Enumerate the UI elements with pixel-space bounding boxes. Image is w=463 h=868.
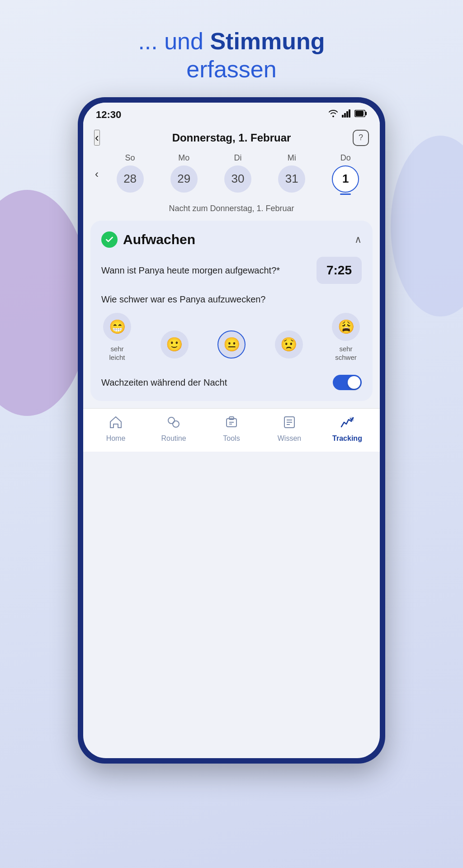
emoji-label-1: sehrleicht bbox=[109, 344, 125, 362]
day-num-1[interactable]: 1 bbox=[332, 165, 359, 193]
day-num-31[interactable]: 31 bbox=[278, 165, 305, 193]
emoji-circle-4: 😟 bbox=[275, 330, 303, 359]
date-title: Donnerstag, 1. Februar bbox=[172, 132, 291, 144]
question1-text: Wann ist Panya heute morgen aufgewacht?* bbox=[101, 264, 317, 277]
emoji-item-1[interactable]: 😁 sehrleicht bbox=[103, 313, 131, 362]
phone-frame: 12:30 bbox=[78, 97, 385, 764]
help-button[interactable]: ? bbox=[353, 130, 369, 146]
title-part1: ... und bbox=[138, 28, 210, 54]
day-num-28[interactable]: 28 bbox=[117, 165, 144, 193]
emoji-circle-3-selected: 😐 bbox=[217, 330, 246, 359]
nav-label-tracking: Tracking bbox=[332, 434, 362, 443]
calendar-day-do[interactable]: Do 1 bbox=[332, 153, 359, 195]
day-name-so: So bbox=[125, 153, 135, 163]
emoji-item-3[interactable]: 😐 bbox=[217, 330, 246, 362]
toggle-switch[interactable] bbox=[333, 375, 362, 390]
time-badge[interactable]: 7:25 bbox=[317, 257, 362, 284]
calendar-day-mo[interactable]: Mo 29 bbox=[170, 153, 198, 195]
check-icon bbox=[101, 231, 118, 248]
bottom-nav: Home Routine bbox=[83, 408, 380, 452]
toggle-knob bbox=[348, 376, 360, 389]
title-part2: Stimmung bbox=[210, 28, 325, 54]
collapse-icon[interactable]: ∧ bbox=[354, 234, 362, 245]
help-icon: ? bbox=[359, 133, 363, 142]
emoji-circle-5: 😩 bbox=[332, 313, 360, 341]
nav-item-tools[interactable]: Tools bbox=[213, 416, 250, 443]
svg-rect-6 bbox=[355, 111, 364, 116]
calendar-days: So 28 Mo 29 Di 30 Mi 31 bbox=[103, 153, 373, 195]
svg-rect-3 bbox=[349, 109, 350, 118]
nav-item-routine[interactable]: Routine bbox=[156, 416, 192, 443]
nav-label-routine: Routine bbox=[161, 434, 186, 443]
calendar-day-di[interactable]: Di 30 bbox=[224, 153, 251, 195]
svg-point-7 bbox=[168, 417, 175, 424]
status-time: 12:30 bbox=[96, 109, 121, 121]
aufwachen-card: Aufwachen ∧ Wann ist Panya heute morgen … bbox=[90, 221, 373, 401]
nav-label-tools: Tools bbox=[223, 434, 240, 443]
title-part3: erfassen bbox=[186, 56, 276, 82]
emoji-circle-1: 😁 bbox=[103, 313, 131, 341]
calendar-day-so[interactable]: So 28 bbox=[117, 153, 144, 195]
card-header-left: Aufwachen bbox=[101, 231, 195, 248]
emoji-row: 😁 sehrleicht 🙂 😐 😟 bbox=[101, 313, 362, 362]
date-back-button[interactable]: ‹ bbox=[94, 130, 100, 146]
emoji-label-5: sehrschwer bbox=[335, 344, 357, 362]
signal-icon bbox=[342, 109, 351, 120]
question2-text: Wie schwer war es Panya aufzuwecken? bbox=[101, 293, 362, 306]
nav-item-wissen[interactable]: Wissen bbox=[271, 416, 307, 443]
question-row-1: Wann ist Panya heute morgen aufgewacht?*… bbox=[101, 257, 362, 284]
day-num-29[interactable]: 29 bbox=[170, 165, 198, 193]
bg-decoration-right bbox=[391, 136, 463, 316]
toggle-label: Wachzeiten während der Nacht bbox=[101, 376, 333, 389]
emoji-item-4[interactable]: 😟 bbox=[275, 330, 303, 362]
day-name-do: Do bbox=[340, 153, 351, 163]
page-title-area: ... und Stimmung erfassen bbox=[0, 0, 463, 97]
active-day-indicator bbox=[340, 193, 351, 195]
night-label: Nacht zum Donnerstag, 1. Februar bbox=[83, 198, 380, 217]
nav-label-home: Home bbox=[106, 434, 126, 443]
day-name-mi: Mi bbox=[288, 153, 296, 163]
svg-rect-5 bbox=[365, 112, 367, 115]
svg-point-8 bbox=[173, 421, 179, 427]
day-name-mo: Mo bbox=[178, 153, 189, 163]
day-num-30[interactable]: 30 bbox=[224, 165, 251, 193]
nav-item-tracking[interactable]: Tracking bbox=[329, 416, 365, 443]
emoji-section: Wie schwer war es Panya aufzuwecken? 😁 s… bbox=[101, 293, 362, 362]
svg-rect-2 bbox=[346, 111, 348, 118]
wifi-icon bbox=[328, 109, 338, 120]
page-wrapper: ... und Stimmung erfassen 12:30 bbox=[0, 0, 463, 868]
status-bar: 12:30 bbox=[83, 103, 380, 124]
emoji-item-5[interactable]: 😩 sehrschwer bbox=[332, 313, 360, 362]
page-title: ... und Stimmung erfassen bbox=[18, 27, 445, 84]
calendar-prev-button[interactable]: ‹ bbox=[90, 164, 103, 184]
battery-icon bbox=[354, 110, 367, 119]
toggle-row: Wachzeiten während der Nacht bbox=[101, 371, 362, 392]
emoji-circle-2: 🙂 bbox=[161, 330, 189, 359]
nav-item-home[interactable]: Home bbox=[98, 416, 134, 443]
routine-icon bbox=[167, 416, 180, 432]
svg-rect-0 bbox=[342, 115, 344, 118]
day-name-di: Di bbox=[234, 153, 241, 163]
calendar-strip: ‹ So 28 Mo 29 Di 30 Mi bbox=[83, 148, 380, 198]
status-icons bbox=[328, 109, 367, 120]
card-header: Aufwachen ∧ bbox=[101, 231, 362, 248]
emoji-item-2[interactable]: 🙂 bbox=[161, 330, 189, 362]
home-icon bbox=[109, 416, 123, 432]
svg-rect-1 bbox=[344, 113, 346, 118]
phone-screen: 12:30 bbox=[83, 103, 380, 758]
tracking-icon bbox=[340, 416, 354, 432]
card-title: Aufwachen bbox=[123, 232, 195, 247]
nav-label-wissen: Wissen bbox=[278, 434, 301, 443]
date-header: ‹ Donnerstag, 1. Februar ? bbox=[83, 124, 380, 148]
tools-icon bbox=[225, 416, 238, 432]
calendar-day-mi[interactable]: Mi 31 bbox=[278, 153, 305, 195]
bg-decoration-left bbox=[0, 190, 90, 416]
wissen-icon bbox=[283, 416, 296, 432]
